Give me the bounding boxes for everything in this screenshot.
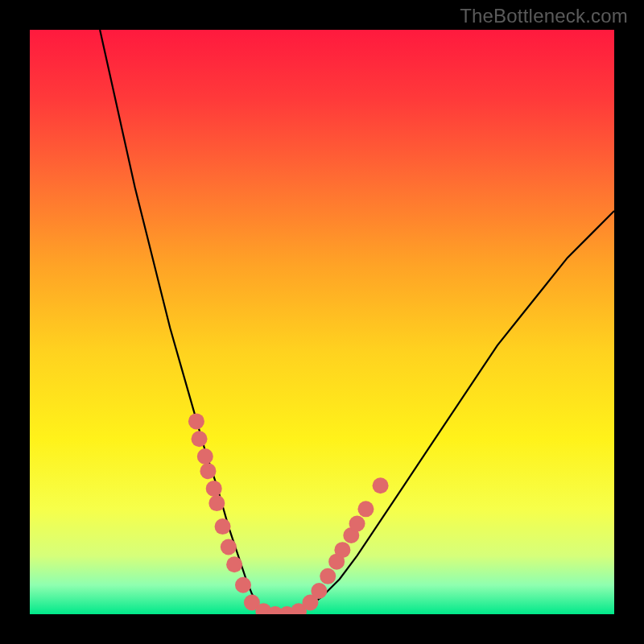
- marker-point: [215, 518, 231, 535]
- marker-point: [311, 583, 327, 599]
- marker-point: [373, 477, 389, 493]
- marker-point: [206, 481, 222, 497]
- marker-point: [334, 542, 350, 558]
- marker-point: [235, 577, 251, 593]
- marker-point: [226, 556, 242, 572]
- marker-point: [357, 501, 374, 517]
- marker-point: [221, 539, 237, 555]
- marker-point: [320, 568, 336, 584]
- marker-point: [208, 495, 225, 511]
- marker-point: [188, 413, 204, 429]
- marker-point: [197, 448, 213, 464]
- marker-point: [349, 515, 365, 531]
- marker-point: [200, 463, 216, 479]
- marker-point: [192, 431, 208, 447]
- watermark-text: TheBottleneck.com: [460, 5, 628, 27]
- chart-frame: TheBottleneck.com: [0, 0, 644, 644]
- gradient-background: [30, 30, 614, 614]
- plot-area: [30, 30, 614, 614]
- chart-svg: [30, 30, 614, 614]
